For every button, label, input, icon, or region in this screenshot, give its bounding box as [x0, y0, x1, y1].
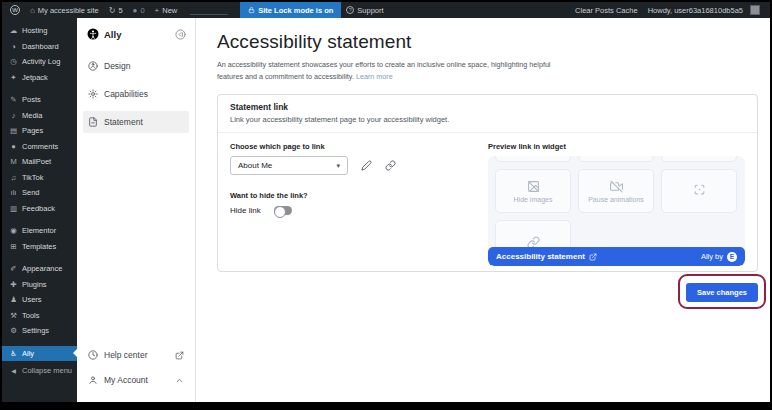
clear-posts-cache-button[interactable]: Clear Posts Cache [570, 6, 643, 15]
support-menu[interactable]: ? Support [341, 2, 388, 18]
sidebar-item-label: Users [22, 296, 42, 304]
my-account-menu[interactable]: My Account [83, 369, 189, 391]
gear-icon [88, 89, 98, 99]
sidebar-item-tools[interactable]: ⚒Tools [2, 308, 77, 324]
sidebar-item-activity-log[interactable]: ◷Activity Log [2, 54, 77, 70]
wp-admin-sidebar: ☁Hosting ◑Dashboard ◷Activity Log ✦Jetpa… [2, 18, 77, 402]
save-row: Save changes [217, 281, 758, 302]
sidebar-item-label: Jetpack [22, 74, 48, 82]
admin-search-underline[interactable] [190, 6, 228, 15]
sidebar-item-plugins[interactable]: ✚Plugins [2, 277, 77, 293]
help-center-link[interactable]: Help center [83, 344, 189, 366]
question-icon: ? [346, 6, 354, 14]
ally-tab-label: Statement [104, 117, 143, 127]
sidebar-item-pages[interactable]: ▤Pages [2, 123, 77, 139]
sidebar-item-ally[interactable]: ♿Ally [2, 346, 77, 362]
open-page-link-button[interactable] [385, 160, 396, 171]
statement-link-card: Statement link Link your accessibility s… [217, 94, 758, 272]
sidebar-item-jetpack[interactable]: ✦Jetpack [2, 70, 77, 86]
account-menu[interactable]: Howdy, user63a16810db5a5 [643, 5, 765, 15]
sidebar-item-label: Media [22, 112, 42, 120]
ally-tab-label: Capabilities [104, 89, 148, 99]
sidebar-item-appearance[interactable]: ✐Appearance [2, 261, 77, 277]
howdy-label: Howdy, user63a16810db5a5 [648, 6, 743, 15]
link-icon [385, 160, 396, 171]
save-button-wrapper: Save changes [686, 281, 758, 302]
ally-tab-statement[interactable]: Statement [83, 111, 189, 133]
edit-page-button[interactable] [361, 160, 372, 171]
widget-card-hide-images: Hide images [495, 169, 571, 213]
sidebar-item-label: Dashboard [22, 43, 59, 51]
site-lock-banner[interactable]: Site Lock mode is on [240, 2, 341, 18]
elementor-logo-icon: E [727, 252, 737, 262]
image-slash-icon [527, 180, 540, 193]
updates-count: 5 [118, 6, 122, 15]
external-link-icon [589, 253, 597, 261]
widget-card-ghost [495, 156, 571, 162]
comments-count: 0 [140, 6, 144, 15]
sidebar-item-elementor[interactable]: ◉Elementor [2, 223, 77, 239]
preview-label: Preview link in widget [488, 142, 745, 151]
collapse-panel-icon[interactable] [175, 29, 186, 40]
widget-statement-bar: Accessibility statement Ally by E [488, 247, 745, 266]
tiktok-icon: ♫ [9, 174, 18, 182]
sidebar-item-label: Feedback [22, 205, 55, 213]
ally-panel-footer: Help center My Account [77, 341, 195, 402]
widget-card-label: Pause animations [588, 196, 644, 203]
widget-card-outline-focus [661, 169, 737, 213]
main-content: Accessibility statement An accessibility… [196, 18, 770, 402]
support-label: Support [357, 6, 383, 15]
appearance-icon: ✐ [9, 265, 18, 273]
sidebar-item-label: Activity Log [22, 58, 60, 66]
page-select[interactable]: About Me ▾ [230, 156, 348, 175]
sidebar-item-tiktok[interactable]: ♫TikTok [2, 170, 77, 186]
card-header: Statement link Link your accessibility s… [218, 95, 757, 132]
sidebar-item-users[interactable]: ♟Users [2, 292, 77, 308]
page-description: An accessibility statement showcases you… [217, 59, 557, 82]
sidebar-item-feedback[interactable]: ▥Feedback [2, 201, 77, 217]
link-settings-column: Choose which page to link About Me ▾ [230, 139, 488, 266]
widget-statement-link[interactable]: Accessibility statement [496, 252, 597, 261]
site-lock-label: Site Lock mode is on [258, 6, 333, 15]
wp-admin-bar: W ⌂ My accessible site ↻ 5 ● 0 + New Sit… [2, 2, 770, 18]
mailpoet-icon: M [9, 158, 18, 166]
plus-icon: + [155, 6, 160, 15]
comments-menu[interactable]: ● 0 [128, 2, 150, 18]
ally-tab-design[interactable]: Design [83, 55, 189, 77]
collapse-menu-button[interactable]: ◀Collapse menu [2, 363, 77, 379]
plugins-icon: ✚ [9, 281, 18, 289]
sidebar-item-comments[interactable]: ●Comments [2, 139, 77, 155]
collapse-arrow-icon: ◀ [9, 368, 18, 374]
sidebar-item-posts[interactable]: ✎Posts [2, 92, 77, 108]
sidebar-item-templates[interactable]: ⊞Templates [2, 239, 77, 255]
hide-link-toggle[interactable] [274, 206, 292, 215]
new-content-menu[interactable]: + New [150, 2, 183, 18]
updates-menu[interactable]: ↻ 5 [104, 2, 128, 18]
sidebar-item-settings[interactable]: ⚙Settings [2, 323, 77, 339]
sidebar-item-label: TikTok [22, 174, 43, 182]
sidebar-item-label: Pages [22, 127, 43, 135]
comment-bubble-icon: ● [133, 6, 138, 15]
focus-corners-icon [693, 183, 706, 196]
wp-logo-menu[interactable]: W [2, 2, 25, 18]
sidebar-item-mailpoet[interactable]: MMailPoet [2, 154, 77, 170]
cloud-icon: ☁ [9, 27, 18, 35]
save-changes-button[interactable]: Save changes [686, 283, 758, 302]
site-name-label: My accessible site [38, 6, 99, 15]
learn-more-link[interactable]: Learn more [356, 72, 393, 81]
sidebar-item-label: Templates [22, 243, 56, 251]
sidebar-item-media[interactable]: ♪Media [2, 108, 77, 124]
sidebar-item-label: Elementor [22, 227, 56, 235]
choose-page-label: Choose which page to link [230, 142, 488, 151]
hide-link-label: Hide link [230, 206, 261, 215]
sidebar-item-dashboard[interactable]: ◑Dashboard [2, 39, 77, 55]
sidebar-item-hosting[interactable]: ☁Hosting [2, 23, 77, 39]
help-center-label: Help center [104, 350, 147, 360]
templates-icon: ⊞ [9, 243, 18, 251]
ally-tab-capabilities[interactable]: Capabilities [83, 83, 189, 105]
elementor-icon: ◉ [9, 227, 18, 235]
sidebar-item-label: Comments [22, 143, 58, 151]
sidebar-item-send[interactable]: ılıSend [2, 185, 77, 201]
ally-logo-icon [87, 28, 99, 40]
site-name-menu[interactable]: ⌂ My accessible site [25, 2, 104, 18]
